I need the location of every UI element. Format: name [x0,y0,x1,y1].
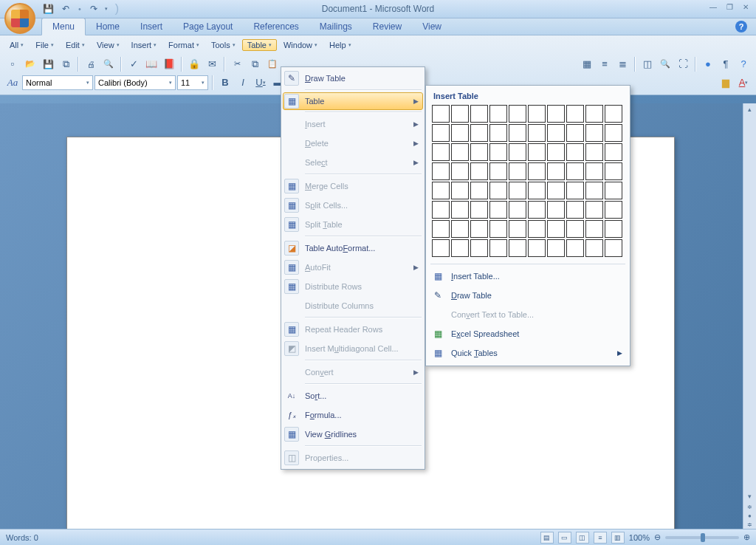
menu-insert[interactable]: Insert▾ [126,39,162,51]
view-outline-button[interactable]: ≡ [594,532,607,544]
grid-cell[interactable] [451,124,469,142]
tb-research-button[interactable]: 📖 [143,56,159,72]
grid-cell[interactable] [509,239,526,257]
tb-paste-button[interactable] [264,56,281,72]
grid-cell[interactable] [528,239,546,257]
grid-cell[interactable] [547,182,565,199]
font-color-button[interactable]: A▾ [735,75,752,91]
flyout-excel-spreadsheet[interactable]: Excel Spreadsheet [429,324,627,343]
tb-paragraph-button[interactable]: ¶ [718,56,734,72]
tb-copy-button[interactable] [247,56,263,72]
style-selector[interactable]: Normal▾ [22,75,93,90]
ribbon-tab-insert[interactable]: Insert [130,18,173,35]
grid-cell[interactable] [470,201,488,219]
grid-cell[interactable] [566,162,584,180]
menu-select-submenu[interactable]: Select▶ [283,153,423,172]
grid-cell[interactable] [489,201,507,219]
grid-cell[interactable] [451,239,469,257]
grid-cell[interactable] [451,162,469,180]
scroll-down-button[interactable]: ▾ [743,490,756,502]
grid-cell[interactable] [451,105,469,123]
grid-cell[interactable] [605,124,622,142]
grid-cell[interactable] [451,220,469,238]
grid-cell[interactable] [470,162,488,180]
ribbon-tab-menu[interactable]: Menu [41,18,86,35]
menu-table-autoformat[interactable]: ◪ Table AutoFormat... [283,239,423,258]
grid-cell[interactable] [509,143,526,161]
grid-cell[interactable] [605,220,622,238]
grid-cell[interactable] [528,143,546,161]
grid-cell[interactable] [566,201,584,219]
menu-view-gridlines[interactable]: View Gridlines [283,425,423,444]
grid-cell[interactable] [547,239,565,257]
restore-button[interactable]: ❐ [724,2,735,13]
grid-cell[interactable] [528,182,546,199]
table-size-grid[interactable] [429,105,627,261]
view-web-layout-button[interactable]: ◫ [576,532,589,544]
menu-help[interactable]: Help▾ [324,39,357,51]
grid-cell[interactable] [509,105,526,123]
flyout-draw-table[interactable]: Draw Table [429,286,627,305]
tb-align-right-button[interactable]: ≣ [614,56,630,72]
tb-spellcheck-button[interactable]: ✓ [126,56,142,72]
grid-cell[interactable] [509,201,526,219]
grid-cell[interactable] [605,162,622,180]
grid-cell[interactable] [489,124,507,142]
grid-cell[interactable] [547,201,565,219]
grid-cell[interactable] [585,220,603,238]
grid-cell[interactable] [605,239,622,257]
grid-cell[interactable] [509,182,526,199]
tb-style-icon[interactable]: Aa [4,75,21,91]
tb-new-button[interactable] [4,56,21,72]
grid-cell[interactable] [470,105,488,123]
qat-redo-button[interactable] [87,2,100,16]
ribbon-tab-home[interactable]: Home [86,18,130,35]
grid-cell[interactable] [470,220,488,238]
grid-cell[interactable] [605,105,622,123]
grid-cell[interactable] [528,201,546,219]
menu-window[interactable]: Window▾ [278,39,323,51]
grid-cell[interactable] [451,143,469,161]
grid-cell[interactable] [451,201,469,219]
grid-cell[interactable] [528,220,546,238]
ribbon-tab-page-layout[interactable]: Page Layout [173,18,243,35]
grid-cell[interactable] [585,105,603,123]
grid-cell[interactable] [489,105,507,123]
flyout-quick-tables[interactable]: Quick Tables ▶ [429,343,627,363]
tb-email-button[interactable]: ✉ [204,56,220,72]
qat-customize-arrow[interactable]: ▾ [105,6,108,12]
grid-cell[interactable] [489,239,507,257]
grid-cell[interactable] [566,182,584,199]
vertical-scrollbar[interactable]: ▴ ▾ ≑●≑ [743,103,756,529]
grid-cell[interactable] [470,143,488,161]
grid-cell[interactable] [470,124,488,142]
zoom-value[interactable]: 100% [629,533,650,542]
grid-cell[interactable] [547,124,565,142]
tb-permission-button[interactable]: 🔒 [186,56,202,72]
grid-cell[interactable] [605,201,622,219]
grid-cell[interactable] [509,220,526,238]
tb-print-button[interactable] [83,56,99,72]
grid-cell[interactable] [566,105,584,123]
grid-cell[interactable] [547,220,565,238]
grid-cell[interactable] [489,220,507,238]
browse-object-buttons[interactable]: ≑●≑ [743,502,756,529]
font-selector[interactable]: Calibri (Body)▾ [94,75,176,90]
grid-cell[interactable] [528,162,546,180]
ribbon-tab-references[interactable]: References [243,18,309,35]
tb-zoom-button[interactable] [657,56,673,72]
grid-cell[interactable] [547,162,565,180]
grid-cell[interactable] [432,220,450,238]
menu-view[interactable]: View▾ [92,39,125,51]
view-full-screen-button[interactable]: ▭ [558,532,571,544]
menu-file[interactable]: File▾ [30,39,59,51]
grid-cell[interactable] [566,220,584,238]
grid-cell[interactable] [432,239,450,257]
tb-cut-button[interactable] [229,56,245,72]
menu-draw-table[interactable]: Draw Table [283,69,423,88]
grid-cell[interactable] [509,124,526,142]
grid-cell[interactable] [470,182,488,199]
grid-cell[interactable] [432,143,450,161]
grid-cell[interactable] [489,143,507,161]
ribbon-tab-mailings[interactable]: Mailings [309,18,362,35]
